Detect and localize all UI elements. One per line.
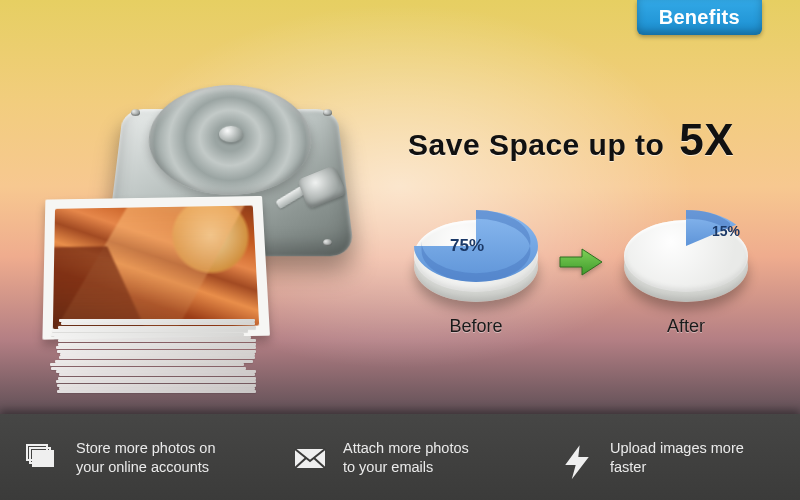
- lightning-icon: [560, 444, 594, 472]
- chart-before-label: Before: [402, 316, 550, 337]
- benefit-store-l1: Store more photos on: [76, 440, 215, 456]
- photos-stack-icon: [26, 444, 60, 472]
- headline-big: 5X: [679, 115, 734, 164]
- benefit-email-l1: Attach more photos: [343, 440, 469, 456]
- arrow-right-icon: [558, 245, 604, 283]
- benefit-email: Attach more photos to your emails: [266, 439, 533, 477]
- chart-after-label: After: [612, 316, 760, 337]
- pie-wedge-after: [624, 210, 748, 282]
- benefit-upload-l2: faster: [610, 458, 744, 477]
- headline: Save Space up to 5X: [408, 115, 734, 165]
- benefits-badge: Benefits: [637, 0, 762, 35]
- pie-before-value: 75%: [450, 236, 484, 256]
- headline-text: Save Space up to: [408, 128, 664, 161]
- benefit-store: Store more photos on your online account…: [0, 439, 266, 477]
- benefit-upload-l1: Upload images more: [610, 440, 744, 456]
- charts-row: 75% Before: [402, 220, 760, 337]
- chart-after: 15% After: [612, 220, 760, 337]
- envelope-icon: [293, 444, 327, 472]
- pie-after-value: 15%: [712, 223, 740, 239]
- benefit-email-l2: to your emails: [343, 458, 469, 477]
- benefit-upload: Upload images more faster: [533, 439, 800, 477]
- benefits-badge-label: Benefits: [659, 6, 740, 28]
- chart-before: 75% Before: [402, 220, 550, 337]
- footer-bar: Store more photos on your online account…: [0, 414, 800, 500]
- benefit-store-l2: your online accounts: [76, 458, 215, 477]
